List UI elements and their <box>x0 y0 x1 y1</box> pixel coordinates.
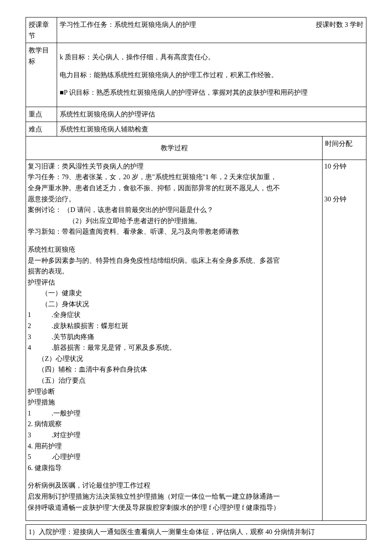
review-line: 复习旧课：类风湿性关节炎病人的护理 <box>28 161 320 172</box>
assess-item-4: （四）辅检：血清中有多种自身抗体 <box>28 364 320 375</box>
measure-title: 护理措施 <box>28 397 320 408</box>
disease-title: 系统性红斑狼疮 <box>28 244 320 255</box>
keypoint-text: 系统性红斑狼疮病人的护理评估 <box>57 107 366 122</box>
difficulty-text: 系统性红斑狼疮病人辅助检查 <box>57 122 366 137</box>
body-status-item: 4.脏器损害：最常见是肾，可累及多系统。 <box>28 342 320 353</box>
assess-item-2: （二）身体状况 <box>28 299 320 310</box>
appendix-table: 1）入院护理：迎接病人一通知医生查看病人一测量生命体征，评估病人，观察 40 分… <box>26 524 366 540</box>
time-column: 10 分钟 30 分钟 <box>323 160 366 520</box>
dx-title: 护理诊断 <box>28 386 320 397</box>
objective-knowledge: ■P 识目标：熟悉系统性红斑狼疮病人的护理评估，掌握对其的皮肤护理和用药护理 <box>60 87 363 98</box>
case-line-1: 案例讨论： （D 请问，该患者目前最突出的护理问题是什么？ <box>28 204 320 215</box>
disease-desc-1: 是一种多因素参与的、特异性自身免疫性结缔组织病。临床上有全身多系统、多器官 <box>28 255 320 266</box>
body-status-item: 1.全身症状 <box>28 309 320 320</box>
chapter-label: 授课章节 <box>26 17 57 43</box>
hours-text: 授课时数 3 学时 <box>316 19 363 30</box>
task-line-2: 全身严重水肿。患者自述乏力，食欲不振、抑郁，因面部异常的红斑不愿见人，也不 <box>28 183 320 194</box>
objectives-content: k 质目标：关心病人，操作仔细，具有高度责任心。 电力目标：能熟练系统性红斑狼疮… <box>57 43 366 107</box>
disease-desc-2: 损害的表现。 <box>28 266 320 277</box>
process-header: 教学过程 <box>26 137 323 160</box>
chapter-content-cell: 学习性工作任务：系统性红斑狼疮病人的护理 授课时数 3 学时 <box>57 17 366 43</box>
assess-item-z: （Z）心理状况 <box>28 353 320 364</box>
lesson-plan-table: 授课章节 学习性工作任务：系统性红斑狼疮病人的护理 授课时数 3 学时 教学目标… <box>26 17 366 521</box>
time-header: 时间分配 <box>323 137 366 160</box>
objective-quality: k 质目标：关心病人，操作仔细，具有高度责任心。 <box>60 52 363 63</box>
inspire-line-2: 保持呼吸道通畅一皮肤护理˜大便及导尿腹腔穿刺腹水的护理 f 心理护理 f 健康指… <box>28 502 320 513</box>
body-status-item: 2.皮肤粘膜损害：蝶形红斑 <box>28 320 320 331</box>
appendix-line: 1）入院护理：迎接病人一通知医生查看病人一测量生命体征，评估病人，观察 40 分… <box>26 525 366 540</box>
measure-item-2: 2. 病情观察 <box>28 418 320 430</box>
task-line-1: 学习任务：79、患者张某，女，20 岁，患"系统性红斑狼疮"1 年，2 天来症状… <box>28 171 320 183</box>
newlearn-line: 学习新知：带着问题查阅资料、看录象、听课、见习及向带教老师请教 <box>28 226 320 237</box>
measure-item-1: 1 .一般护理 <box>28 408 320 419</box>
assess-item-5: （五）治疗要点 <box>28 375 320 386</box>
time-value-2: 30 分钟 <box>324 194 364 205</box>
objective-ability: 电力目标：能熟练系统性红斑狼疮病人的护理工作过程，积累工作经验。 <box>60 70 363 81</box>
analysis-line: 分析病例及医嘱，讨论最佳护理工作过程 <box>28 480 320 491</box>
assess-item-1: （一）健康史 <box>28 288 320 299</box>
objectives-label: 教学目标 <box>26 43 57 107</box>
measure-item-4: 4. 用药护理 <box>28 441 320 452</box>
task-text: 学习性工作任务：系统性红斑狼疮病人的护理 <box>60 19 196 30</box>
measure-item-3: 3 .对症护理 <box>28 430 320 441</box>
measure-item-6: 6. 健康指导 <box>28 462 320 474</box>
time-value-1: 10 分钟 <box>324 161 364 172</box>
difficulty-label: 难点 <box>26 122 57 137</box>
task-line-3: 愿意接受治疗。 <box>28 194 320 205</box>
body-status-item: 3.关节肌肉疼痛 <box>28 331 320 343</box>
keypoint-label: 重点 <box>26 107 57 122</box>
inspire-line-1: 启发用制订护理措施方法决策独立性护理措施（对症一体位一给氧一建立静脉通路一 <box>28 491 320 502</box>
assess-title: 护理评估 <box>28 277 320 288</box>
process-content: 复习旧课：类风湿性关节炎病人的护理 学习任务：79、患者张某，女，20 岁，患"… <box>26 160 323 520</box>
measure-item-5: 5 .心理护理 <box>28 451 320 462</box>
case-line-2: （2）列出应立即给予患者进行的护理措施。 <box>28 215 320 227</box>
